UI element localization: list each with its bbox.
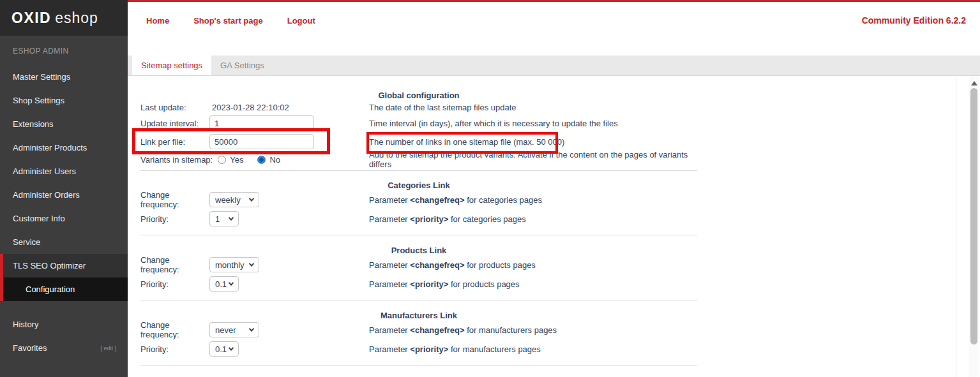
products-priority-value: 0.1: [215, 279, 227, 289]
last-update-label: Last update:: [140, 103, 209, 112]
favorites-edit-link[interactable]: [ edit ]: [100, 345, 116, 351]
sidebar-item-administer-products[interactable]: Administer Products: [0, 136, 128, 159]
variants-yes-radio[interactable]: [218, 156, 226, 164]
products-priority-desc: Parameter <priority> for products pages: [369, 279, 520, 289]
section-title-categories-link: Categories Link: [140, 181, 697, 190]
top-header: Home Shop's start page Logout Community …: [128, 2, 980, 40]
desc-suffix: for categories pages: [465, 195, 542, 205]
row-update-interval: Update interval: Time interval (in days)…: [140, 114, 697, 132]
oxid-logo: OXID eshop: [0, 0, 128, 36]
header-spacer: [128, 40, 980, 55]
manufacturers-priority-label: Priority:: [140, 344, 209, 354]
desc-prefix: Parameter: [369, 214, 410, 224]
manufacturers-priority-value: 0.1: [215, 344, 227, 354]
products-change-frequency-label: Change frequency:: [140, 255, 209, 274]
products-changefreq-desc: Parameter <changefreq> for products page…: [369, 260, 536, 270]
chevron-down-icon: [229, 215, 234, 220]
chevron-down-icon: [249, 326, 254, 331]
logo-text-bold: OXID: [11, 10, 51, 27]
last-update-desc: The date of the last sitemap files updat…: [369, 103, 516, 112]
desc-param: <priority>: [410, 344, 448, 354]
desc-prefix: Parameter: [369, 344, 410, 354]
desc-param: <changefreq>: [410, 260, 464, 270]
row-categories-change-frequency: Change frequency: weekly Parameter <chan…: [140, 190, 697, 209]
sidebar-item-favorites[interactable]: Favorites [ edit ]: [0, 336, 128, 360]
desc-param: <changefreq>: [410, 325, 464, 335]
nav-shops-start-page-link[interactable]: Shop's start page: [193, 16, 263, 26]
sidebar-item-administer-users[interactable]: Administer Users: [0, 159, 128, 183]
categories-change-frequency-select[interactable]: weekly: [209, 192, 259, 207]
manufacturers-priority-desc: Parameter <priority> for manufacturers p…: [369, 344, 541, 354]
tab-sitemap-settings[interactable]: Sitemap settings: [132, 55, 211, 75]
manufacturers-change-frequency-select[interactable]: never: [209, 322, 259, 337]
chevron-down-icon: [229, 280, 234, 285]
vertical-scrollbar[interactable]: [969, 77, 979, 377]
categories-priority-select[interactable]: 1: [209, 211, 239, 226]
sidebar-item-history[interactable]: History: [0, 313, 128, 336]
categories-change-frequency-label: Change frequency:: [140, 190, 209, 209]
sidebar-item-extensions[interactable]: Extensions: [0, 112, 128, 136]
update-interval-input[interactable]: [209, 115, 314, 131]
row-products-priority: Priority: 0.1 Parameter <priority> for p…: [140, 274, 697, 293]
link-per-file-desc: The number of links in one sitemap file …: [369, 137, 564, 147]
products-change-frequency-value: monthly: [215, 260, 245, 270]
nav-logout-link[interactable]: Logout: [287, 16, 315, 26]
scrollbar-up-arrow-icon[interactable]: [971, 81, 977, 85]
row-manufacturers-change-frequency: Change frequency: never Parameter <chang…: [140, 320, 697, 339]
settings-content: Global configuration Last update: 2023-0…: [128, 77, 980, 377]
manufacturers-priority-select[interactable]: 0.1: [209, 341, 239, 357]
categories-priority-desc: Parameter <priority> for categories page…: [369, 214, 526, 224]
scrollbar-thumb[interactable]: [970, 88, 977, 344]
variants-no-radio[interactable]: [257, 156, 266, 164]
categories-priority-value: 1: [215, 214, 220, 224]
desc-suffix: for manufacturers pages: [448, 344, 541, 354]
manufacturers-changefreq-desc: Parameter <changefreq> for manufacturers…: [369, 325, 557, 335]
tab-bar: Sitemap settings GA Settings: [128, 55, 980, 76]
section-divider: [140, 235, 697, 235]
products-priority-select[interactable]: 0.1: [209, 276, 239, 292]
row-products-change-frequency: Change frequency: monthly Parameter <cha…: [140, 255, 697, 274]
sidebar-item-configuration[interactable]: Configuration: [0, 277, 128, 301]
section-divider: [140, 365, 697, 366]
desc-prefix: Parameter: [369, 195, 410, 205]
favorites-label: Favorites: [13, 343, 47, 353]
manufacturers-change-frequency-label: Change frequency:: [140, 320, 209, 339]
sidebar-item-customer-info[interactable]: Customer Info: [0, 207, 128, 230]
variants-no-label: No: [269, 155, 280, 165]
desc-suffix: for categories pages: [448, 214, 525, 224]
desc-prefix: Parameter: [369, 325, 410, 335]
categories-change-frequency-value: weekly: [215, 195, 241, 205]
sidebar-item-shop-settings[interactable]: Shop Settings: [0, 89, 128, 112]
sidebar-item-master-settings[interactable]: Master Settings: [0, 65, 128, 89]
section-divider: [140, 300, 697, 300]
desc-param: <priority>: [410, 279, 448, 289]
tab-ga-settings[interactable]: GA Settings: [211, 55, 273, 75]
desc-suffix: for products pages: [465, 260, 536, 270]
last-update-value: 2023-01-28 22:10:02: [209, 103, 289, 112]
history-label: History: [13, 320, 38, 329]
nav-home-link[interactable]: Home: [146, 16, 169, 26]
variants-yes-label: Yes: [230, 155, 243, 165]
content-right-border: [956, 77, 956, 377]
categories-priority-label: Priority:: [140, 214, 209, 224]
products-change-frequency-select[interactable]: monthly: [209, 257, 259, 272]
row-last-update: Last update: 2023-01-28 22:10:02 The dat…: [140, 100, 697, 114]
update-interval-label: Update interval:: [140, 119, 209, 128]
products-priority-label: Priority:: [140, 279, 209, 289]
desc-param: <changefreq>: [410, 195, 464, 205]
sidebar-item-tls-seo-optimizer[interactable]: TLS SEO Optimizer: [0, 254, 128, 277]
manufacturers-change-frequency-value: never: [215, 325, 236, 335]
sidebar-item-service[interactable]: Service: [0, 230, 128, 254]
categories-changefreq-desc: Parameter <changefreq> for categories pa…: [369, 195, 542, 205]
desc-prefix: Parameter: [369, 279, 410, 289]
link-per-file-input[interactable]: [209, 134, 314, 149]
section-divider: [140, 170, 697, 171]
row-categories-priority: Priority: 1 Parameter <priority> for cat…: [140, 209, 697, 228]
sitemap-settings-form: Global configuration Last update: 2023-0…: [140, 77, 697, 377]
section-title-manufacturers-link: Manufacturers Link: [140, 311, 697, 320]
variants-desc: Add to the sitemap the product variants.…: [369, 150, 697, 169]
sidebar-item-administer-orders[interactable]: Administer Orders: [0, 183, 128, 207]
desc-prefix: Parameter: [369, 260, 410, 270]
main-area: Home Shop's start page Logout Community …: [128, 0, 980, 377]
desc-suffix: for manufacturers pages: [465, 325, 557, 335]
